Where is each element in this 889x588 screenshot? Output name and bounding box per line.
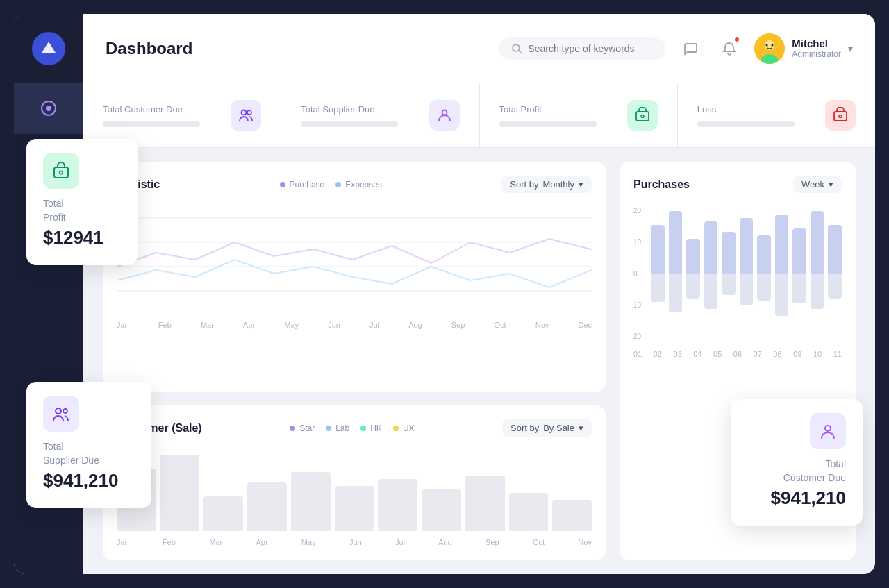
sidebar-item-dashboard[interactable] [14, 83, 83, 133]
tooltip-profit-label: TotalProfit [43, 197, 121, 224]
svg-point-24 [60, 171, 63, 174]
search-input[interactable] [528, 43, 653, 54]
stat-bar-2 [301, 121, 398, 127]
svg-point-14 [442, 110, 447, 115]
stat-icon-1 [231, 100, 261, 131]
header: Dashboard [83, 14, 875, 83]
x-jul: Jul [369, 321, 379, 329]
user-info[interactable]: Mitchel Administrator ▾ [754, 33, 853, 64]
purchases-bars-top [651, 204, 842, 274]
svg-point-25 [56, 408, 61, 414]
customer-sale-sort[interactable]: Sort by By Sale ▾ [502, 419, 592, 437]
chevron-down-icon: ▾ [848, 43, 853, 54]
svg-point-18 [839, 115, 842, 118]
x-aug: Aug [408, 321, 422, 329]
header-icons [676, 35, 743, 62]
legend-label-lab: Lab [335, 423, 349, 433]
pb-9-top [792, 228, 806, 274]
tooltip-supplier-icon [43, 396, 79, 432]
svg-point-10 [766, 44, 768, 46]
sort-value: Monthly [542, 179, 574, 190]
pb-4-top [704, 221, 718, 274]
svg-point-1 [46, 106, 51, 111]
stat-info-4: Loss [697, 104, 795, 127]
pb-3-top [686, 239, 700, 274]
tooltip-customer-icon [810, 413, 846, 449]
stat-info-2: Total Supplier Due [301, 104, 398, 127]
bar-mar [203, 496, 243, 531]
notifications-button[interactable] [715, 35, 743, 62]
cs-x-apr: Apr [256, 538, 267, 546]
x-may: May [284, 321, 299, 329]
stat-icon-4 [825, 100, 856, 131]
stats-row: Total Customer Due Total Supplier Due [83, 83, 875, 148]
search-icon [511, 43, 522, 54]
purchases-bars-bottom [651, 274, 842, 344]
tooltip-profit-value: $12941 [43, 227, 121, 249]
x-nov: Nov [535, 321, 549, 329]
customer-sale-header: Customer (Sale) Star Lab [117, 419, 592, 437]
sort-chevron-icon: ▾ [579, 179, 583, 190]
stat-icon-3 [627, 100, 658, 131]
left-panel: Statistic Purchase Expenses [103, 162, 606, 560]
legend-label-purchase: Purchase [290, 180, 325, 190]
px-09: 09 [793, 350, 801, 358]
svg-rect-23 [54, 167, 68, 178]
tooltip-supplier-label: TotalSupplier Due [43, 440, 135, 467]
svg-point-26 [63, 409, 67, 413]
pb-8-top [775, 215, 789, 274]
x-oct: Oct [495, 321, 506, 329]
chat-button[interactable] [676, 35, 704, 62]
statistic-chart-header: Statistic Purchase Expenses [117, 176, 592, 193]
pb-5-bot [722, 274, 736, 295]
legend-dot-purchase [280, 182, 285, 187]
purchases-sort-chevron-icon: ▾ [829, 179, 833, 190]
tooltip-total-profit: TotalProfit $12941 [26, 139, 138, 265]
pb-10-top [811, 211, 824, 274]
stat-card-customer-due: Total Customer Due [83, 83, 281, 147]
y-10-top: 10 [633, 238, 641, 246]
px-07: 07 [754, 350, 762, 358]
purchases-yaxis: 20 10 0 10 20 [633, 204, 645, 343]
bar-jul [378, 479, 417, 531]
svg-point-13 [247, 110, 251, 115]
pb-2-bot [669, 274, 683, 312]
legend-star: Star [290, 423, 315, 433]
svg-rect-15 [636, 112, 649, 121]
notification-badge [733, 36, 740, 43]
pb-11-bot [828, 274, 842, 299]
x-jun: Jun [328, 321, 340, 329]
stat-label-3: Total Profit [499, 104, 597, 115]
legend-ux: UX [393, 423, 415, 433]
cs-x-may: May [301, 538, 316, 546]
user-name: Mitchel [792, 37, 841, 49]
statistic-sort-select[interactable]: Sort by Monthly ▾ [501, 176, 592, 193]
stat-icon-2 [429, 100, 460, 131]
logo[interactable] [14, 14, 83, 83]
bar-jun [335, 486, 374, 531]
x-feb: Feb [158, 321, 172, 329]
legend-label-star: Star [299, 423, 315, 433]
customer-sale-legends: Star Lab HK [290, 423, 414, 433]
pb-3-bot [686, 274, 700, 299]
legend-lab: Lab [326, 423, 349, 433]
pb-6-bot [740, 274, 754, 305]
cs-x-feb: Feb [163, 538, 176, 546]
stat-card-loss: Loss [678, 83, 875, 147]
stat-label-4: Loss [697, 104, 795, 115]
stat-label-2: Total Supplier Due [301, 104, 398, 115]
stat-bar-4 [697, 121, 795, 127]
purchases-sort[interactable]: Week ▾ [793, 176, 842, 193]
legend-dot-star [290, 426, 295, 431]
tooltip-supplier-due: TotalSupplier Due $941,210 [26, 382, 151, 508]
search-bar[interactable] [499, 37, 665, 60]
tooltip-customer-due: TotalCustomer Due $941,210 [731, 399, 863, 526]
cs-x-jul: Jul [395, 538, 405, 546]
px-06: 06 [733, 350, 742, 358]
tooltip-customer-icon-wrap [747, 413, 846, 449]
sidebar-divider-1 [14, 133, 83, 134]
cs-x-sep: Sep [485, 538, 499, 546]
purchases-sort-value: Week [801, 179, 824, 190]
stat-info-1: Total Customer Due [103, 104, 200, 127]
y-10-bot: 10 [633, 301, 641, 309]
